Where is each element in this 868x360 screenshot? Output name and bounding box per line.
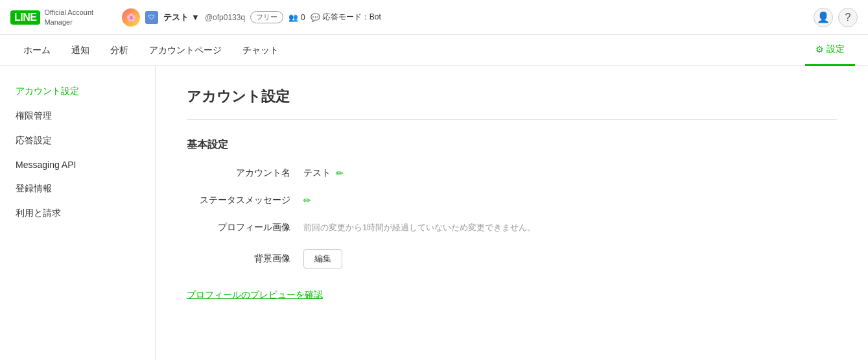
- shield-icon: 🛡: [145, 11, 158, 24]
- logo-line-badge: LINE: [10, 10, 40, 25]
- user-icon-button[interactable]: 👤: [814, 8, 833, 27]
- form-row-profile-image: プロフィール画像 前回の変更から1時間が経過していないため変更できません。: [187, 222, 837, 234]
- label-profile-image: プロフィール画像: [187, 222, 303, 234]
- label-account-name: アカウント名: [187, 167, 303, 179]
- nav-item-notifications[interactable]: 通知: [61, 35, 100, 66]
- value-status-message: ✏: [303, 195, 311, 206]
- sidebar-item-messaging-api[interactable]: Messaging API: [0, 153, 155, 176]
- form-row-account-name: アカウント名 テスト ✏: [187, 167, 837, 179]
- sidebar-item-permissions[interactable]: 権限管理: [0, 104, 155, 128]
- logo-area: LINE Official Account Manager: [10, 8, 114, 27]
- followers-count: 👥 0: [288, 13, 305, 22]
- edit-background-image-button[interactable]: 編集: [303, 249, 342, 269]
- sidebar-item-response-settings[interactable]: 応答設定: [0, 128, 155, 153]
- question-mark-icon: ?: [845, 12, 851, 23]
- profile-preview-link[interactable]: プロフィールのプレビューを確認: [187, 289, 323, 301]
- edit-status-message-icon[interactable]: ✏: [303, 195, 311, 206]
- sidebar: アカウント設定 権限管理 応答設定 Messaging API 登録情報 利用と…: [0, 66, 156, 360]
- navbar: ホーム 通知 分析 アカウントページ チャット ⚙ 設定: [0, 35, 868, 66]
- chat-icon: 💬: [311, 13, 320, 22]
- nav-item-chat[interactable]: チャット: [232, 35, 289, 66]
- nav-item-analytics[interactable]: 分析: [100, 35, 139, 66]
- followers-icon: 👥: [288, 13, 298, 22]
- nav-item-settings[interactable]: ⚙ 設定: [805, 35, 855, 66]
- nav-item-home[interactable]: ホーム: [13, 35, 61, 66]
- nav-item-account-page[interactable]: アカウントページ: [139, 35, 232, 66]
- value-account-name: テスト ✏: [303, 167, 344, 179]
- user-icon: 👤: [817, 11, 830, 23]
- form-row-status-message: ステータスメッセージ ✏: [187, 195, 837, 206]
- divider: [187, 119, 837, 120]
- section-title: 基本設定: [187, 138, 837, 152]
- label-background-image: 背景画像: [187, 253, 303, 265]
- chevron-down-icon: ▼: [191, 12, 200, 22]
- account-id: @ofp0133q: [205, 13, 245, 22]
- main-content: アカウント設定 基本設定 アカウント名 テスト ✏ ステータスメッセージ ✏ プ…: [156, 66, 868, 360]
- response-mode: 💬 応答モード：Bot: [311, 12, 381, 23]
- gear-icon: ⚙: [815, 44, 824, 54]
- account-name-dropdown[interactable]: テスト ▼: [163, 12, 200, 23]
- sidebar-item-account-settings[interactable]: アカウント設定: [0, 79, 155, 104]
- value-profile-image: 前回の変更から1時間が経過していないため変更できません。: [303, 222, 535, 234]
- form-row-background-image: 背景画像 編集: [187, 249, 837, 269]
- header-right: 👤 ?: [814, 8, 858, 27]
- page-layout: アカウント設定 権限管理 応答設定 Messaging API 登録情報 利用と…: [0, 66, 868, 360]
- sidebar-item-registration[interactable]: 登録情報: [0, 176, 155, 201]
- help-icon-button[interactable]: ?: [838, 8, 858, 27]
- account-info: 🌸 🛡 テスト ▼ @ofp0133q フリー 👥 0 💬 応答モード：Bot: [122, 8, 381, 27]
- plan-badge: フリー: [250, 11, 283, 23]
- value-background-image: 編集: [303, 249, 342, 269]
- profile-image-hint: 前回の変更から1時間が経過していないため変更できません。: [303, 222, 535, 234]
- page-title: アカウント設定: [187, 87, 837, 106]
- logo-text: Official Account Manager: [44, 8, 93, 27]
- edit-account-name-icon[interactable]: ✏: [336, 168, 344, 178]
- sidebar-item-billing[interactable]: 利用と請求: [0, 201, 155, 226]
- header: LINE Official Account Manager 🌸 🛡 テスト ▼ …: [0, 0, 868, 35]
- label-status-message: ステータスメッセージ: [187, 195, 303, 206]
- account-avatar-icon: 🌸: [122, 8, 140, 27]
